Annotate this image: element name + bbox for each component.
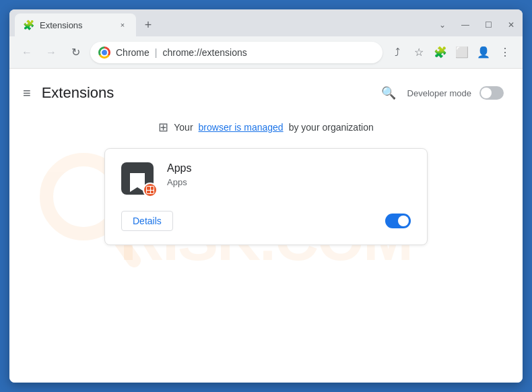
tab-title: Extensions [40, 20, 112, 30]
page-title: Extensions [42, 84, 114, 102]
address-icons: ⤴ ☆ 🧩 ⬜ 👤 ⋮ [388, 43, 514, 62]
extension-info: Apps Apps [121, 162, 411, 195]
reload-button[interactable]: ↻ [66, 43, 85, 62]
hamburger-menu-icon[interactable]: ≡ [23, 86, 31, 101]
forward-button[interactable]: → [42, 43, 61, 62]
tab-area: 🧩 Extensions × + [15, 13, 436, 36]
close-button[interactable]: ✕ [505, 19, 517, 31]
chevron-button[interactable]: ⌄ [436, 19, 448, 31]
managed-text-before: Your [174, 122, 193, 133]
header-left: ≡ Extensions [23, 84, 114, 102]
extension-name: Apps [167, 162, 191, 174]
url-bar[interactable]: Chrome | chrome://extensions [90, 42, 383, 63]
tab-close-button[interactable]: × [117, 20, 128, 30]
header-right: 🔍 Developer mode [378, 82, 504, 104]
window-controls: ⌄ — ☐ ✕ [436, 19, 517, 36]
extensions-list: Apps Apps Details [9, 143, 523, 251]
content-area: RISK.COM ≡ Extensions 🔍 Developer mode ⊞… [9, 69, 523, 383]
page-header: ≡ Extensions 🔍 Developer mode [9, 69, 523, 115]
title-bar: 🧩 Extensions × + ⌄ — ☐ ✕ [9, 9, 523, 36]
extension-actions: Details [121, 211, 411, 231]
address-bar: ← → ↻ Chrome | chrome://extensions ⤴ ☆ 🧩… [9, 36, 523, 69]
managed-link[interactable]: browser is managed [199, 122, 284, 133]
tab-puzzle-icon: 🧩 [23, 20, 34, 30]
url-separator: | [155, 47, 158, 58]
minimize-button[interactable]: — [459, 19, 471, 31]
managed-text-after: by your organization [289, 122, 374, 133]
extension-description: Apps [167, 177, 191, 187]
maximize-button[interactable]: ☐ [482, 19, 494, 31]
extension-badge [143, 183, 158, 197]
sidebar-button[interactable]: ⬜ [453, 43, 471, 62]
search-button[interactable]: 🔍 [378, 82, 399, 104]
managed-icon: ⊞ [158, 120, 168, 135]
extension-card: Apps Apps Details [104, 148, 428, 245]
extension-badge-inner [146, 186, 154, 194]
back-button[interactable]: ← [18, 43, 36, 62]
extensions-button[interactable]: 🧩 [431, 43, 450, 62]
menu-button[interactable]: ⋮ [496, 43, 514, 62]
details-button[interactable]: Details [121, 211, 173, 231]
browser-window: 🧩 Extensions × + ⌄ — ☐ ✕ ← → ↻ Chrome | … [9, 9, 523, 383]
share-button[interactable]: ⤴ [388, 43, 407, 62]
url-text: chrome://extensions [162, 47, 246, 58]
managed-banner: ⊞ Your browser is managed by your organi… [9, 115, 523, 143]
extension-icon-wrapper [121, 162, 154, 195]
bookmark-button[interactable]: ☆ [409, 43, 428, 62]
profile-button[interactable]: 👤 [474, 43, 493, 62]
new-tab-button[interactable]: + [139, 15, 158, 34]
extension-toggle[interactable] [385, 214, 411, 228]
extension-text: Apps Apps [167, 162, 191, 187]
chrome-logo-icon [98, 46, 110, 59]
active-tab[interactable]: 🧩 Extensions × [15, 13, 136, 36]
developer-mode-label: Developer mode [407, 88, 471, 98]
developer-mode-toggle[interactable] [479, 86, 504, 100]
chrome-label: Chrome [116, 47, 149, 58]
